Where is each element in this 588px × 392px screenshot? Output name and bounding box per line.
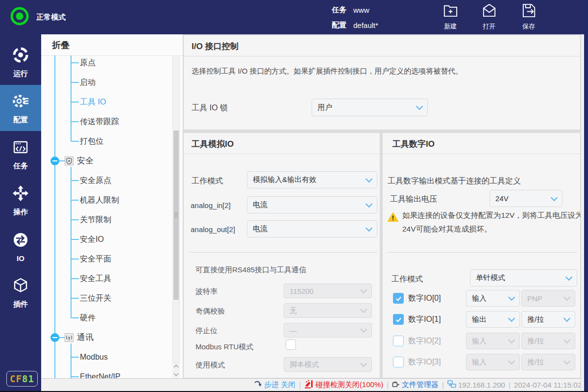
tree-row: 启动: [41, 73, 173, 92]
tree-row: 传送带跟踪: [41, 112, 173, 131]
sidebar-item-run[interactable]: 运行: [0, 39, 41, 85]
digital-work-mode-select[interactable]: 单针模式: [470, 269, 577, 287]
gear-list-icon: [11, 92, 30, 112]
tree-item-label[interactable]: 通讯: [77, 328, 94, 347]
tool-io-lock-select[interactable]: 用户: [312, 99, 428, 116]
sidebar-item-config[interactable]: 配置: [0, 85, 41, 131]
tree-item-label[interactable]: 硬件: [80, 308, 96, 328]
digital-io-direction-select[interactable]: 输入: [466, 290, 520, 307]
chevron-down-icon: [366, 175, 372, 182]
tool-digital-io-section: 工具数字IO 工具数字输出模式基于连接的工具定义 工具输出电压 24V 如果连接…: [382, 132, 581, 378]
tree-item-label[interactable]: 传送带跟踪: [80, 112, 119, 131]
digital-io-direction-select[interactable]: 输出: [466, 311, 520, 328]
tree-connector: [71, 62, 79, 63]
step-mode-status[interactable]: 步进 关闭: [254, 380, 295, 390]
sidebar-item-plugin[interactable]: 插件: [0, 269, 41, 315]
digital-io-direction-select: 输入: [466, 333, 520, 349]
chevron-down-icon: [416, 103, 423, 110]
tree-item-label[interactable]: Modbus: [80, 347, 108, 367]
modbus-rtu-checkbox[interactable]: [286, 340, 296, 350]
tree-item-label[interactable]: EtherNet/IP: [80, 367, 121, 378]
save-button[interactable]: 保存: [514, 2, 544, 31]
tree-row: 硬件: [41, 308, 173, 328]
tree-item-label[interactable]: 安全: [77, 151, 94, 171]
tree-row: 三位开关: [41, 288, 173, 308]
main-scrollbar-gutter[interactable]: [581, 34, 584, 391]
chevron-down-icon: [564, 337, 570, 343]
usage-mode-select: 脚本模式: [284, 357, 372, 372]
collapse-node-icon[interactable]: [50, 157, 59, 165]
modbus-rtu-label: Modbus RTU模式: [196, 342, 253, 352]
network-status: 192.168.1.200: [447, 380, 505, 390]
digital-io-enable-checkbox[interactable]: [393, 357, 404, 367]
file-manager-link[interactable]: 文件管理器: [392, 380, 439, 390]
io-control-section: I/O 接口控制 选择控制工具 I/O 接口的方式。如果扩展插件控制接口，用户定…: [183, 35, 581, 130]
tool-analog-io-section: 工具模拟IO 工作模式 模拟输入&输出有效 analog_in[2] 电流 an…: [183, 132, 380, 378]
tree-item-label[interactable]: 安全IO: [80, 230, 104, 249]
tree-item-label[interactable]: 原点: [80, 53, 96, 73]
digital-work-mode-label: 工作模式: [392, 274, 423, 285]
analog-in-select[interactable]: 电流: [247, 196, 377, 213]
analog-work-mode-select[interactable]: 模拟输入&输出有效: [247, 171, 377, 188]
tree-scrollbar[interactable]: [172, 55, 180, 363]
tree-item-label[interactable]: 打包位: [80, 131, 103, 151]
chevron-down-icon: [366, 200, 372, 207]
tree-item-label[interactable]: 工具 IO: [80, 92, 106, 112]
chevron-down-icon: [551, 194, 558, 201]
move-arrows-icon: [11, 184, 30, 204]
analog-work-mode-label: 工作模式: [192, 176, 223, 186]
voltage-select[interactable]: 24V: [490, 190, 563, 207]
collapse-all-button[interactable]: 折叠: [52, 39, 70, 51]
task-value: www: [353, 6, 369, 14]
sidebar-item-task[interactable]: 任务: [0, 131, 41, 177]
tree-scroll-down-button[interactable]: [172, 370, 180, 378]
tree-connector: [71, 357, 79, 358]
tree-scroll-up-button[interactable]: [172, 363, 180, 370]
io-control-description: 选择控制工具 I/O 接口的方式。如果扩展插件控制接口，用户定义的选项将被替代。: [192, 67, 463, 76]
digital-note: 工具数字输出模式基于连接的工具定义: [388, 176, 521, 186]
digital-io-label: 数字IO[1]: [408, 311, 441, 328]
rs485-note: 可直接使用RS485接口与工具通信: [196, 265, 306, 275]
chevron-down-icon: [366, 224, 372, 231]
antenna-icon: [65, 333, 74, 342]
tree-scrollbar-thumb[interactable]: [173, 131, 179, 300]
chevron-down-icon: [564, 315, 570, 322]
sidebar-item-io[interactable]: IO: [0, 223, 41, 269]
tree-connector: [71, 121, 79, 122]
separator: |: [509, 381, 511, 389]
digital-io-label: 数字IO[0]: [408, 290, 441, 307]
new-folder-icon: [442, 2, 459, 21]
collapse-node-icon[interactable]: [50, 333, 59, 342]
divider: [184, 154, 380, 154]
new-button[interactable]: 新建: [435, 2, 466, 31]
tree-item-label[interactable]: 安全原点: [80, 171, 111, 190]
io-exchange-icon: [11, 231, 30, 251]
run-target-icon: [11, 46, 30, 66]
tree-connector: [71, 278, 79, 279]
tree-row: 打包位: [41, 131, 173, 151]
network-icon: [447, 380, 456, 390]
divider: [189, 252, 377, 253]
sidebar-item-operate[interactable]: 操作: [0, 177, 41, 223]
tree-item-label[interactable]: 启动: [80, 73, 96, 92]
tree-item-label[interactable]: 安全工具: [80, 269, 111, 288]
digital-io-enable-checkbox[interactable]: [393, 293, 404, 304]
code-window-icon: [11, 138, 30, 158]
tree-item-label[interactable]: 安全平面: [80, 249, 111, 269]
tree-connector: [71, 82, 79, 83]
analog-out-select[interactable]: 电流: [247, 220, 377, 237]
tree-item-label[interactable]: 机器人限制: [80, 190, 119, 210]
section-title: 工具模拟IO: [192, 138, 234, 150]
digital-io-enable-checkbox[interactable]: [393, 336, 404, 346]
open-button[interactable]: 打开: [474, 2, 504, 31]
baud-rate-label: 波特率: [196, 287, 218, 296]
collision-detect-status[interactable]: 碰撞检测关闭(100%): [304, 380, 383, 390]
digital-io-enable-checkbox[interactable]: [393, 314, 404, 325]
top-bar: 正常模式 任务 www 配置 default* 新建: [0, 0, 588, 34]
tree-item-label[interactable]: 关节限制: [80, 210, 111, 230]
tree-connector: [71, 298, 79, 299]
tree-item-label[interactable]: 三位开关: [80, 288, 111, 308]
parity-label: 奇偶校验: [196, 307, 225, 316]
chevron-down-icon: [508, 294, 515, 301]
digital-io-mode-select[interactable]: 推/拉: [521, 311, 575, 328]
